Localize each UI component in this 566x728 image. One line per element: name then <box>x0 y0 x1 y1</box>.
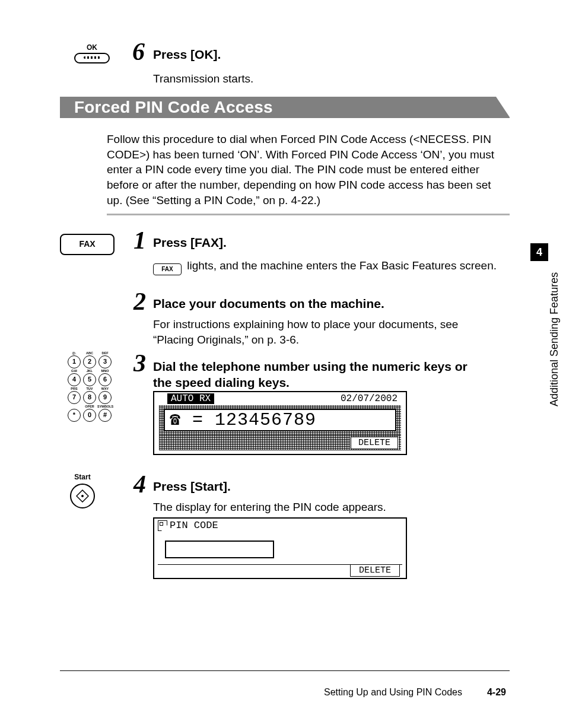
keypad-key: * <box>66 405 82 422</box>
keypad-key: TUV8 <box>82 387 97 404</box>
keypad-key: WXY9 <box>97 387 113 404</box>
lcd-delete-softkey: DELETE <box>351 437 398 449</box>
lcd-dialed-number: ☎ = 123456789 <box>164 409 396 431</box>
chapter-side-label: Additional Sending Features <box>548 389 561 406</box>
step-1-number: 1 <box>133 228 146 253</box>
keypad-key: ABC2 <box>82 351 97 368</box>
ok-key-label: OK <box>73 43 111 52</box>
lcd-date-label: 02/07/2002 <box>341 393 398 404</box>
numeric-keypad-icon: @.1ABC2DEF3GHI4JKL5MNO6PRS7TUV8WXY9*OPER… <box>66 351 113 422</box>
step-4-body: The display for entering the PIN code ap… <box>153 500 386 515</box>
lcd-hatched-area: ☎ = 123456789 <box>159 405 401 435</box>
document-icon <box>158 520 167 531</box>
start-key-label: Start <box>70 473 95 481</box>
fax-key-icon: FAX <box>60 234 115 255</box>
ok-key-shape <box>74 53 110 63</box>
step-6-title: Press [OK]. <box>153 47 221 62</box>
step-2-title: Place your documents on the machine. <box>153 297 384 311</box>
svg-point-1 <box>81 495 84 497</box>
step-2-number: 2 <box>133 289 146 314</box>
footer-rule <box>60 670 510 671</box>
keypad-key: GHI4 <box>66 369 82 386</box>
step-1-body: FAX lights, and the machine enters the F… <box>153 258 497 275</box>
keypad-key: JKL5 <box>82 369 97 386</box>
section-banner-title: Forced PIN Code Access <box>74 98 273 117</box>
start-key-circle <box>70 484 95 508</box>
lcd-display-dial: AUTO RX 02/07/2002 ☎ = 123456789 DELETE <box>153 391 407 455</box>
keypad-key: @.1 <box>66 351 82 368</box>
step-4-title: Press [Start]. <box>153 479 231 494</box>
fax-inline-icon: FAX <box>153 263 182 275</box>
keypad-key: DEF3 <box>97 351 113 368</box>
step-1-title: Press [FAX]. <box>153 236 227 250</box>
start-key-icon: Start <box>70 473 95 508</box>
step-3-number: 3 <box>133 351 146 376</box>
start-diamond-icon <box>76 489 89 503</box>
fax-key-label: FAX <box>61 235 113 253</box>
footer-page-number: 4-29 <box>487 687 506 698</box>
lcd-pin-title: PIN CODE <box>170 520 218 531</box>
keypad-key: MNO6 <box>97 369 113 386</box>
lcd-mode-label: AUTO RX <box>167 393 214 404</box>
step-6-body: Transmission starts. <box>153 71 253 87</box>
step-1-body-text: lights, and the machine enters the Fax B… <box>184 259 497 272</box>
keypad-key: OPER0 <box>82 405 97 422</box>
lcd-pin-input-box <box>165 541 274 558</box>
lcd-pin-delete-softkey: DELETE <box>350 565 400 577</box>
step-6-number: 6 <box>132 39 145 64</box>
keypad-key: SYMBOLS# <box>97 405 113 422</box>
keypad-key: PRS7 <box>66 387 82 404</box>
step-4-number: 4 <box>133 472 146 497</box>
footer-section-title: Setting Up and Using PIN Codes <box>324 687 462 698</box>
lcd-display-pin: PIN CODE DELETE <box>153 517 407 579</box>
step-2-body: For instructions explaining how to place… <box>153 317 497 347</box>
chapter-thumb-tab: 4 <box>530 243 548 261</box>
ok-key-icon: OK <box>73 43 111 63</box>
section-intro-paragraph: Follow this procedure to dial when Force… <box>107 132 501 208</box>
step-3-title: Dial the telephone number using the nume… <box>153 358 485 391</box>
horizontal-divider <box>107 214 510 215</box>
